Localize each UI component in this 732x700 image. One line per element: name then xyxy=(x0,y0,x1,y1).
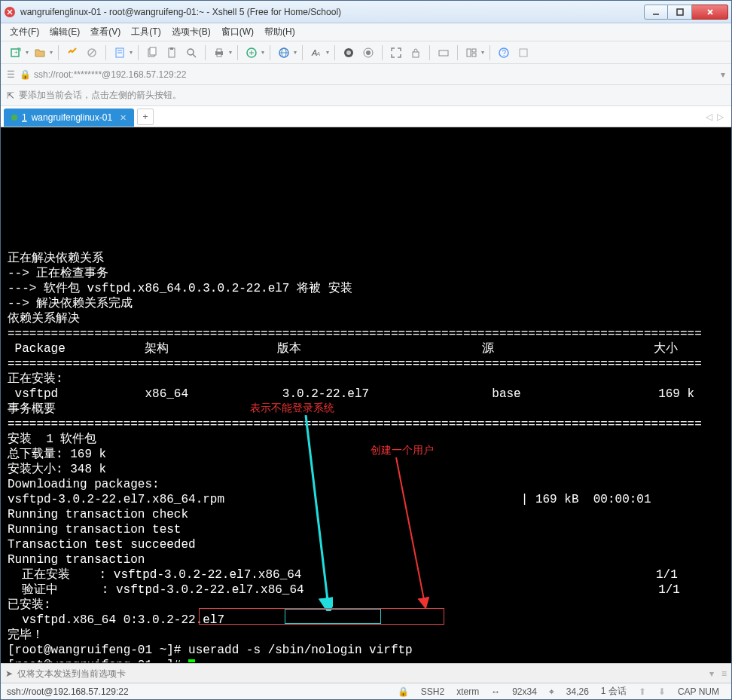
tab-next-icon[interactable]: ▷ xyxy=(717,112,724,122)
separator xyxy=(205,45,206,60)
close-button[interactable] xyxy=(692,5,728,20)
tabbar: 1 wangruifenglinux-01 ✕ + ◁ ▷ xyxy=(1,106,731,127)
terminal[interactable]: 表示不能登录系统 创建一个用户 正在解决依赖关系--> 正在检查事务---> 软… xyxy=(1,127,731,663)
highlight-nologin xyxy=(285,609,381,624)
status-ssh: SSH2 xyxy=(421,686,444,697)
terminal-line: [root@wangruifeng-01 ~]# useradd -s /sbi… xyxy=(8,643,724,658)
xftp-button[interactable] xyxy=(242,44,265,61)
svg-rect-17 xyxy=(217,49,221,52)
lock-button[interactable] xyxy=(407,44,425,61)
color2-button[interactable] xyxy=(359,44,377,61)
svg-line-15 xyxy=(193,54,196,57)
reconnect-button[interactable] xyxy=(63,44,81,61)
terminal-line: --> 解决依赖关系完成 xyxy=(8,296,724,311)
svg-line-6 xyxy=(89,50,95,56)
svg-rect-2 xyxy=(677,9,683,15)
terminal-line: 安装 1 软件包 xyxy=(8,432,724,447)
copy-button[interactable] xyxy=(143,44,161,61)
terminal-line: Running transaction test xyxy=(8,522,724,537)
address-text[interactable]: ssh://root:********@192.168.57.129:22 xyxy=(34,69,721,80)
tab-close-icon[interactable]: ✕ xyxy=(120,113,127,123)
hintbar: ⇱ 要添加当前会话，点击左侧的箭头按钮。 xyxy=(1,85,731,106)
font-button[interactable]: AA xyxy=(307,44,330,61)
window-controls xyxy=(644,5,728,20)
status-lock-icon: 🔒 xyxy=(398,686,409,697)
status-size: 92x34 xyxy=(512,686,537,697)
terminal-line: ---> 软件包 vsftpd.x86_64.0.3.0.2-22.el7 将被… xyxy=(8,281,724,296)
send-input[interactable] xyxy=(17,668,709,679)
disconnect-button[interactable] xyxy=(83,44,101,61)
minimize-button[interactable] xyxy=(644,5,668,20)
menu-window[interactable]: 窗口(W) xyxy=(221,26,254,38)
terminal-line: 验证中 : vsftpd-3.0.2-22.el7.x86_64 1/1 xyxy=(8,582,724,598)
terminal-line: Transaction test succeeded xyxy=(8,537,724,552)
cursor xyxy=(188,659,195,663)
status-dot-icon xyxy=(11,115,17,121)
open-button[interactable] xyxy=(31,44,53,61)
language-button[interactable] xyxy=(275,44,297,61)
color-button[interactable] xyxy=(340,44,358,61)
separator xyxy=(105,45,106,60)
menu-help[interactable]: 帮助(H) xyxy=(264,26,295,38)
addressbar-menu-icon[interactable]: ☰ xyxy=(7,69,15,80)
svg-point-14 xyxy=(188,49,194,55)
terminal-line: Running transaction xyxy=(8,552,724,567)
svg-rect-13 xyxy=(170,47,173,50)
annotation-createuser: 创建一个用户 xyxy=(371,442,434,457)
new-session-button[interactable]: + xyxy=(7,44,29,61)
tab-prev-icon[interactable]: ◁ xyxy=(706,112,712,122)
terminal-line: 完毕！ xyxy=(8,628,724,643)
status-caps: CAP NUM xyxy=(678,686,719,697)
svg-rect-38 xyxy=(520,49,527,57)
tab-number: 1 xyxy=(22,112,27,123)
find-button[interactable] xyxy=(182,44,200,61)
new-tab-button[interactable]: + xyxy=(137,109,154,125)
titlebar-title: wangruifenglinux-01 - root@wangruifeng-0… xyxy=(20,7,644,17)
separator xyxy=(138,45,139,60)
app-icon xyxy=(4,6,16,18)
svg-rect-18 xyxy=(217,54,221,57)
keyboard-button[interactable] xyxy=(435,44,453,61)
lock-icon: 🔒 xyxy=(20,69,31,80)
terminal-line: vsftpd x86_64 3.0.2-22.el7 base 169 k xyxy=(8,387,724,402)
paste-button[interactable] xyxy=(163,44,181,61)
properties-button[interactable] xyxy=(111,44,133,61)
help-button[interactable]: ? xyxy=(495,44,513,61)
status-sessions: 1 会话 xyxy=(601,685,627,698)
terminal-line: 正在解决依赖关系 xyxy=(8,251,724,266)
separator xyxy=(429,45,430,60)
fullscreen-button[interactable] xyxy=(387,44,405,61)
svg-rect-11 xyxy=(150,47,156,55)
session-tab[interactable]: 1 wangruifenglinux-01 ✕ xyxy=(4,109,134,127)
menubar: 文件(F) 编辑(E) 查看(V) 工具(T) 选项卡(B) 窗口(W) 帮助(… xyxy=(1,23,731,41)
menu-tabs[interactable]: 选项卡(B) xyxy=(172,26,211,38)
refresh-button[interactable] xyxy=(514,44,532,61)
separator xyxy=(58,45,59,60)
input-menu-icon[interactable]: ≡ xyxy=(721,668,727,679)
separator xyxy=(490,45,490,60)
layout-button[interactable] xyxy=(462,44,485,61)
statusbar: ssh://root@192.168.57.129:22 🔒 SSH2 xter… xyxy=(1,683,731,699)
status-up-icon[interactable]: ⬆ xyxy=(639,686,646,697)
menu-view[interactable]: 查看(V) xyxy=(90,26,120,38)
status-size-icon: ↔ xyxy=(491,686,500,697)
status-pos: 34,26 xyxy=(566,686,589,697)
send-icon[interactable]: ➤ xyxy=(5,668,13,679)
tab-title: wangruifenglinux-01 xyxy=(32,112,112,123)
separator xyxy=(302,45,303,60)
hint-text: 要添加当前会话，点击左侧的箭头按钮。 xyxy=(19,89,181,102)
menu-edit[interactable]: 编辑(E) xyxy=(50,26,80,38)
inputbar: ➤ ▾ ≡ xyxy=(1,663,731,683)
titlebar[interactable]: wangruifenglinux-01 - root@wangruifeng-0… xyxy=(1,1,731,23)
addressbar-dropdown-icon[interactable]: ▾ xyxy=(721,69,725,80)
addressbar: ☰ 🔒 ssh://root:********@192.168.57.129:2… xyxy=(1,64,731,85)
hint-icon[interactable]: ⇱ xyxy=(7,90,14,101)
status-address: ssh://root@192.168.57.129:22 xyxy=(7,686,392,697)
status-down-icon[interactable]: ⬇ xyxy=(658,686,666,697)
print-button[interactable] xyxy=(210,44,233,61)
input-dropdown-icon[interactable]: ▾ xyxy=(709,668,714,679)
terminal-line: Downloading packages: xyxy=(8,477,724,492)
menu-tools[interactable]: 工具(T) xyxy=(131,26,160,38)
maximize-button[interactable] xyxy=(668,5,692,20)
menu-file[interactable]: 文件(F) xyxy=(10,26,39,38)
